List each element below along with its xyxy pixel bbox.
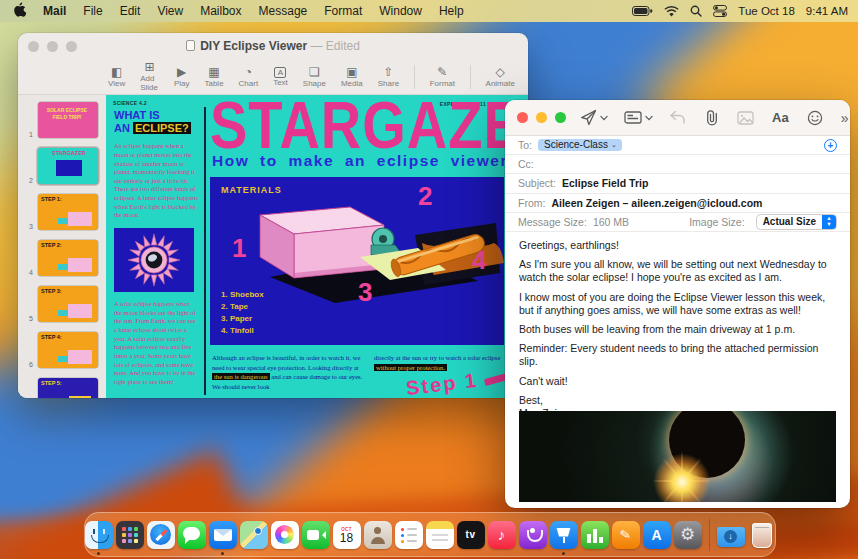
subject-field[interactable]: Subject: Eclipse Field Trip (505, 174, 850, 193)
menu-window[interactable]: Window (379, 4, 422, 18)
menu-mailbox[interactable]: Mailbox (200, 4, 241, 18)
running-indicator (221, 552, 224, 555)
menu-status-area: Tue Oct 18 9:41 AM (632, 5, 858, 17)
toolbar-table[interactable]: ▦Table (204, 66, 223, 88)
toolbar-overflow-chevron[interactable]: » (841, 110, 849, 126)
wifi-icon[interactable] (664, 6, 679, 17)
dock-icon-downloads[interactable] (717, 521, 745, 549)
dock-icon-keynote[interactable] (550, 521, 578, 549)
menu-mail[interactable]: Mail (43, 4, 66, 18)
format-button[interactable]: Aa (772, 110, 789, 125)
add-slide-icon: ⊞ (145, 61, 155, 74)
toolbar-media[interactable]: ▣Media (341, 66, 363, 88)
shape-icon: ❏ (309, 66, 320, 79)
menu-format[interactable]: Format (324, 4, 362, 18)
dock-icon-maps[interactable] (240, 521, 268, 549)
spotlight-search-icon[interactable] (690, 5, 702, 17)
dock-icon-pages[interactable]: ✎ (612, 521, 640, 549)
slide-number: 2 (18, 177, 33, 186)
header-fields-chevron-icon[interactable] (645, 115, 653, 121)
close-button[interactable] (517, 112, 528, 123)
toolbar-play[interactable]: ▶Play (174, 66, 190, 88)
slide-row-6: 6STEP 4: (18, 330, 106, 370)
cc-field[interactable]: Cc: (505, 155, 850, 174)
slide-thumbnail-4[interactable]: STEP 2: (36, 238, 100, 278)
emoji-button[interactable] (807, 110, 823, 126)
dock-icon-settings[interactable]: ⚙ (674, 521, 702, 549)
slide-thumbnail-2[interactable]: STARGAZER (36, 146, 100, 186)
slide-thumbnail-7[interactable]: STEP 5: (36, 376, 100, 398)
slide-canvas[interactable]: SCIENCE 4.2 EXPERIMENT #11 WHAT IS AN EC… (106, 95, 528, 398)
dock-icon-contacts[interactable] (364, 521, 392, 549)
dock-icon-finder[interactable] (85, 521, 113, 549)
mail-body[interactable]: Greetings, earthlings!As I'm sure you al… (505, 232, 850, 420)
slide-number: 3 (18, 223, 33, 232)
dock-icon-facetime[interactable] (302, 521, 330, 549)
to-field[interactable]: To: Science-Class⌄ + (505, 136, 850, 155)
mail-toolbar[interactable]: Aa » (505, 100, 850, 136)
toolbar-text[interactable]: AText (273, 67, 288, 87)
recipient-token[interactable]: Science-Class⌄ (538, 139, 622, 152)
diamond-ring-flare (653, 453, 711, 502)
dock-icon-safari[interactable] (147, 521, 175, 549)
battery-icon[interactable] (632, 6, 653, 16)
toolbar-add-slide[interactable]: ⊞Add Slide (140, 61, 159, 92)
from-field[interactable]: From: Aileen Zeigen – aileen.zeigen@iclo… (505, 194, 850, 213)
dock-icon-podcasts[interactable] (519, 521, 547, 549)
toolbar-shape[interactable]: ❏Shape (303, 66, 326, 88)
menu-view[interactable]: View (157, 4, 183, 18)
sun-illustration-box (114, 228, 194, 292)
dock-icon-mail[interactable] (209, 521, 237, 549)
toolbar-chart[interactable]: ◔Chart (239, 66, 259, 88)
dock-icon-calendar[interactable]: OCT18 (333, 521, 361, 549)
toolbar-view[interactable]: ◧View (108, 66, 125, 88)
dock-icon-notes[interactable] (426, 521, 454, 549)
slide-thumbnail-1[interactable]: SOLAR ECLIPSE FIELD TRIP! (36, 100, 100, 140)
send-options-chevron-icon[interactable] (600, 115, 608, 121)
keynote-titlebar[interactable]: DIY Eclipse Viewer — Edited (18, 33, 528, 59)
menu-file[interactable]: File (83, 4, 102, 18)
menu-time[interactable]: 9:41 AM (806, 5, 848, 17)
dock-icon-trash[interactable] (748, 521, 776, 549)
dock-icon-appstore[interactable]: A (643, 521, 671, 549)
apple-menu-icon[interactable] (13, 2, 26, 20)
dock-icon-photos[interactable] (271, 521, 299, 549)
toolbar-format[interactable]: ✎Format (430, 66, 455, 88)
slide-row-3: 3STEP 1: (18, 192, 106, 232)
attach-button[interactable] (704, 109, 719, 126)
slide-thumbnail-3[interactable]: STEP 1: (36, 192, 100, 232)
slide-thumbnail-5[interactable]: STEP 3: (36, 284, 100, 324)
dock-icon-launchpad[interactable] (116, 521, 144, 549)
select-stepper-icon: ▲▼ (822, 214, 836, 230)
image-size-select[interactable]: Actual Size ▲▼ (756, 214, 837, 230)
send-button[interactable] (580, 109, 597, 126)
toolbar-label: Play (174, 79, 190, 88)
dock-icon-reminders[interactable] (395, 521, 423, 549)
slide-thumbnail-6[interactable]: STEP 4: (36, 330, 100, 370)
slide-number: 6 (18, 361, 33, 370)
science-tag: SCIENCE 4.2 (113, 100, 147, 106)
minimize-button[interactable] (536, 112, 547, 123)
svg-text:2: 2 (418, 181, 432, 211)
dock-icon-messages[interactable] (178, 521, 206, 549)
dock-icon-tv[interactable]: tv (457, 521, 485, 549)
toolbar-label: Format (430, 79, 455, 88)
slide-thumb-art: STARGAZER (38, 148, 98, 184)
header-fields-button[interactable] (624, 110, 642, 125)
menu-message[interactable]: Message (259, 4, 308, 18)
menu-items: MailFileEditViewMailboxMessageFormatWind… (0, 2, 464, 20)
menu-help[interactable]: Help (439, 4, 464, 18)
add-recipient-button[interactable]: + (824, 139, 837, 152)
toolbar-share[interactable]: ⇧Share (378, 66, 399, 88)
eclipse-photo-attachment[interactable] (519, 411, 836, 502)
toolbar-label: View (108, 79, 125, 88)
zoom-button[interactable] (555, 112, 566, 123)
toolbar-animate[interactable]: ◇Animate (486, 66, 515, 88)
body-paragraph: As I'm sure you all know, we will be set… (519, 258, 836, 284)
dock-icon-numbers[interactable] (581, 521, 609, 549)
menu-edit[interactable]: Edit (120, 4, 141, 18)
control-center-icon[interactable] (713, 5, 727, 17)
menu-date[interactable]: Tue Oct 18 (738, 5, 794, 17)
mail-traffic-lights (517, 112, 566, 123)
dock-icon-music[interactable]: ♪ (488, 521, 516, 549)
